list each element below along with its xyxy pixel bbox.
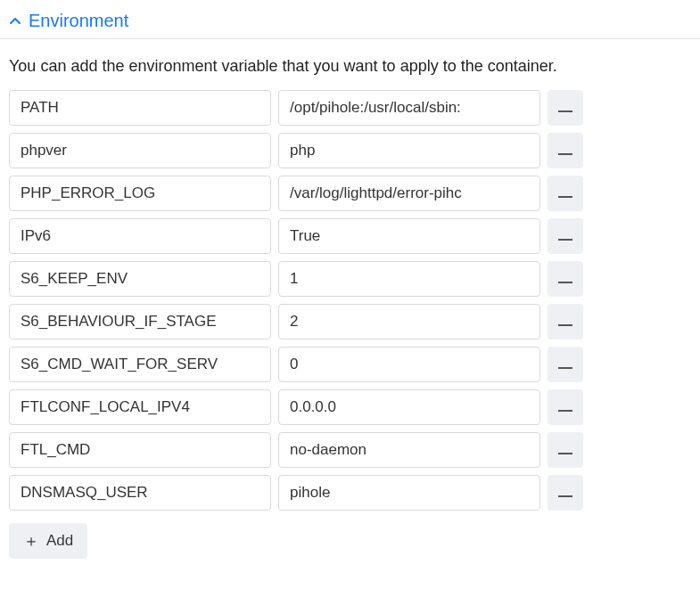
env-key-input[interactable] — [9, 432, 271, 468]
minus-icon — [558, 401, 572, 414]
section-description: You can add the environment variable tha… — [0, 39, 700, 90]
remove-button[interactable] — [548, 475, 583, 511]
chevron-up-icon — [9, 15, 21, 28]
env-value-input[interactable] — [278, 218, 540, 254]
svg-rect-6 — [558, 367, 572, 369]
env-value-input[interactable] — [278, 389, 540, 425]
remove-button[interactable] — [548, 90, 583, 126]
env-row — [9, 389, 691, 425]
remove-button[interactable] — [548, 133, 583, 168]
minus-icon — [558, 487, 572, 500]
env-key-input[interactable] — [9, 261, 271, 297]
svg-rect-2 — [558, 196, 572, 198]
minus-icon — [558, 102, 572, 115]
minus-icon — [558, 444, 572, 457]
env-key-input[interactable] — [9, 133, 271, 168]
remove-button[interactable] — [548, 347, 583, 382]
svg-rect-8 — [558, 453, 572, 454]
plus-icon: ＋ — [23, 533, 39, 549]
svg-rect-5 — [558, 324, 572, 326]
remove-button[interactable] — [548, 389, 583, 425]
env-key-input[interactable] — [9, 475, 271, 511]
env-value-input[interactable] — [278, 261, 540, 297]
remove-button[interactable] — [548, 261, 583, 297]
env-row — [9, 304, 691, 339]
env-key-input[interactable] — [9, 347, 271, 382]
remove-button[interactable] — [548, 176, 583, 211]
env-row — [9, 261, 691, 297]
env-value-input[interactable] — [278, 432, 540, 468]
remove-button[interactable] — [548, 218, 583, 254]
minus-icon — [558, 230, 572, 243]
remove-button[interactable] — [548, 432, 583, 468]
env-row — [9, 475, 691, 511]
env-row — [9, 90, 691, 126]
env-value-input[interactable] — [278, 90, 540, 126]
env-row — [9, 133, 691, 168]
add-button-label: Add — [46, 532, 73, 550]
env-value-input[interactable] — [278, 304, 540, 339]
env-key-input[interactable] — [9, 218, 271, 254]
section-header[interactable]: Environment — [0, 0, 700, 39]
svg-rect-4 — [558, 282, 572, 283]
env-value-input[interactable] — [278, 347, 540, 382]
env-var-table — [0, 90, 700, 511]
minus-icon — [558, 358, 572, 372]
minus-icon — [558, 187, 572, 200]
env-key-input[interactable] — [9, 90, 271, 126]
minus-icon — [558, 144, 572, 158]
env-key-input[interactable] — [9, 304, 271, 339]
env-value-input[interactable] — [278, 475, 540, 511]
minus-icon — [558, 273, 572, 286]
env-row — [9, 432, 691, 468]
svg-rect-1 — [558, 153, 572, 155]
svg-rect-0 — [558, 110, 572, 112]
env-value-input[interactable] — [278, 133, 540, 168]
env-row — [9, 176, 691, 211]
section-title: Environment — [29, 11, 128, 31]
svg-rect-9 — [558, 495, 572, 497]
env-value-input[interactable] — [278, 176, 540, 211]
add-button[interactable]: ＋ Add — [9, 523, 87, 559]
env-row — [9, 218, 691, 254]
env-key-input[interactable] — [9, 176, 271, 211]
env-row — [9, 347, 691, 382]
svg-rect-7 — [558, 410, 572, 412]
remove-button[interactable] — [548, 304, 583, 339]
env-key-input[interactable] — [9, 389, 271, 425]
svg-rect-3 — [558, 239, 572, 241]
minus-icon — [558, 315, 572, 329]
